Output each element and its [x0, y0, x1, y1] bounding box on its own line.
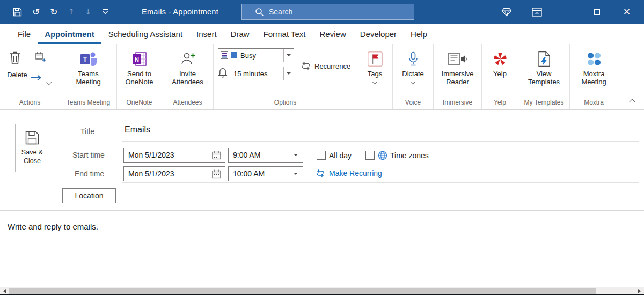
time-zones-checkbox[interactable]: [365, 151, 375, 160]
group-label-teams-meeting: Teams Meeting: [60, 98, 116, 109]
moxtra-icon: [586, 49, 603, 69]
actions-dropdown-chevron-icon[interactable]: [47, 76, 51, 86]
recurrence-label: Recurrence: [314, 62, 350, 70]
recurrence-icon: [301, 61, 311, 71]
tab-scheduling-assistant[interactable]: Scheduling Assistant: [101, 24, 189, 44]
make-recurring-link[interactable]: Make Recurring: [316, 169, 382, 178]
start-time-value: 9:00 AM: [233, 151, 260, 159]
group-label-my-templates: My Templates: [518, 98, 569, 109]
group-label-yelp: Yelp: [482, 98, 518, 109]
tab-developer[interactable]: Developer: [353, 24, 404, 44]
end-date-field[interactable]: Mon 5/1/2023: [123, 166, 225, 181]
ribbon-group-tags: Tags: [357, 44, 393, 109]
time-zones-label: Time zones: [390, 151, 429, 160]
ribbon-group-teams-meeting: T Teams Meeting Teams Meeting: [60, 44, 117, 109]
tab-draw[interactable]: Draw: [224, 24, 257, 44]
start-time-label: Start time: [72, 151, 105, 159]
recurrence-button[interactable]: Recurrence: [301, 61, 350, 71]
titlebar: ↺ ↻ ↑ ↓ Emails - Appointment ×: [0, 0, 644, 24]
redo-icon[interactable]: ↻: [50, 8, 57, 17]
forward-arrow-icon[interactable]: [30, 74, 43, 84]
show-as-dropdown-arrow[interactable]: [283, 49, 294, 62]
calendar-picker-icon[interactable]: [212, 169, 221, 179]
dictate-button[interactable]: Dictate: [402, 48, 423, 83]
menu-file[interactable]: File: [11, 24, 38, 44]
busy-color-swatch: [231, 52, 237, 58]
all-day-checkbox[interactable]: [317, 151, 326, 160]
reminder-dropdown-arrow[interactable]: [283, 67, 294, 80]
teams-meeting-button[interactable]: T Teams Meeting: [69, 48, 108, 86]
gem-icon[interactable]: [492, 0, 522, 24]
delete-button[interactable]: Delete: [2, 71, 32, 79]
maximize-icon: [594, 9, 600, 15]
tab-insert[interactable]: Insert: [189, 24, 224, 44]
yelp-button[interactable]: Yelp: [493, 48, 508, 78]
moxtra-meeting-button[interactable]: Moxtra Meeting: [574, 48, 614, 86]
tags-button[interactable]: Tags: [368, 48, 383, 83]
view-templates-icon: [538, 49, 551, 69]
customize-toolbar-icon[interactable]: [102, 9, 108, 16]
menubar: File Appointment Scheduling Assistant In…: [0, 24, 644, 44]
appointment-body-editor[interactable]: Write and reply to emails.: [0, 211, 644, 287]
teams-icon: T: [79, 49, 98, 69]
yelp-icon: [493, 49, 508, 69]
reminder-select[interactable]: 15 minutes: [230, 67, 294, 80]
ribbon-group-actions: Delete Actions: [0, 44, 60, 109]
show-as-value: Busy: [237, 51, 283, 60]
horizontal-scrollbar-thumb[interactable]: [9, 288, 596, 294]
tab-appointment[interactable]: Appointment: [38, 24, 101, 44]
start-time-select[interactable]: 9:00 AM: [228, 148, 303, 163]
view-templates-button[interactable]: View Templates: [524, 48, 564, 86]
minimize-button[interactable]: [552, 0, 582, 24]
location-button[interactable]: Location: [62, 188, 116, 203]
group-label-immersive: Immersive: [434, 98, 481, 109]
svg-text:T: T: [83, 56, 87, 63]
group-label-moxtra: Moxtra: [570, 98, 618, 109]
forward-icon[interactable]: [35, 51, 46, 64]
tab-format-text[interactable]: Format Text: [257, 24, 313, 44]
end-time-dropdown-arrow: [294, 173, 298, 175]
make-recurring-icon: [316, 169, 325, 178]
horizontal-scrollbar[interactable]: [0, 287, 644, 294]
tags-dropdown-chevron-icon: [372, 79, 377, 84]
immersive-reader-button[interactable]: Immersive Reader: [438, 48, 478, 86]
end-time-select[interactable]: 10:00 AM: [228, 166, 303, 181]
send-to-onenote-button[interactable]: N Send to OneNote: [120, 48, 159, 86]
search-box[interactable]: [241, 4, 414, 20]
tags-flag-icon: [368, 49, 383, 69]
delete-icon[interactable]: [9, 50, 21, 68]
window-title: Emails - Appointment: [142, 0, 218, 24]
undo-icon[interactable]: ↺: [32, 8, 40, 17]
save-and-close-button[interactable]: Save & Close: [15, 124, 49, 172]
title-label: Title: [80, 127, 94, 136]
save-icon[interactable]: [13, 8, 22, 17]
group-label-tags: [357, 98, 392, 109]
body-text: Write and reply to emails.: [8, 222, 98, 231]
appointment-form: Save & Close Title Start time End time E…: [0, 110, 644, 211]
search-input[interactable]: [269, 4, 414, 19]
save-close-icon: [25, 130, 40, 145]
end-time-label: End time: [75, 169, 104, 178]
ribbon-display-options-icon[interactable]: [522, 0, 552, 24]
show-as-select[interactable]: Busy: [218, 48, 294, 62]
show-as-icon: [221, 51, 228, 59]
make-recurring-label: Make Recurring: [329, 169, 382, 178]
reminder-value: 15 minutes: [230, 70, 283, 78]
ribbon-group-my-templates: View Templates My Templates: [518, 44, 570, 109]
tab-help[interactable]: Help: [404, 24, 434, 44]
tab-review[interactable]: Review: [313, 24, 353, 44]
title-input[interactable]: Emails: [125, 125, 150, 135]
calendar-picker-icon[interactable]: [212, 151, 221, 160]
onenote-icon: N: [132, 49, 147, 69]
group-label-attendees: Attendees: [162, 98, 213, 109]
dictate-mic-icon: [408, 49, 419, 69]
end-row-underline: [122, 182, 639, 183]
close-button[interactable]: ×: [612, 0, 642, 24]
start-date-field[interactable]: Mon 5/1/2023: [123, 148, 225, 163]
text-cursor: [99, 222, 100, 232]
invite-attendees-button[interactable]: Invite Attendees: [168, 48, 208, 86]
reminder-bell-icon: [218, 68, 228, 81]
ribbon-group-immersive: Immersive Reader Immersive: [434, 44, 482, 109]
end-time-value: 10:00 AM: [233, 169, 265, 178]
maximize-button[interactable]: [582, 0, 612, 24]
